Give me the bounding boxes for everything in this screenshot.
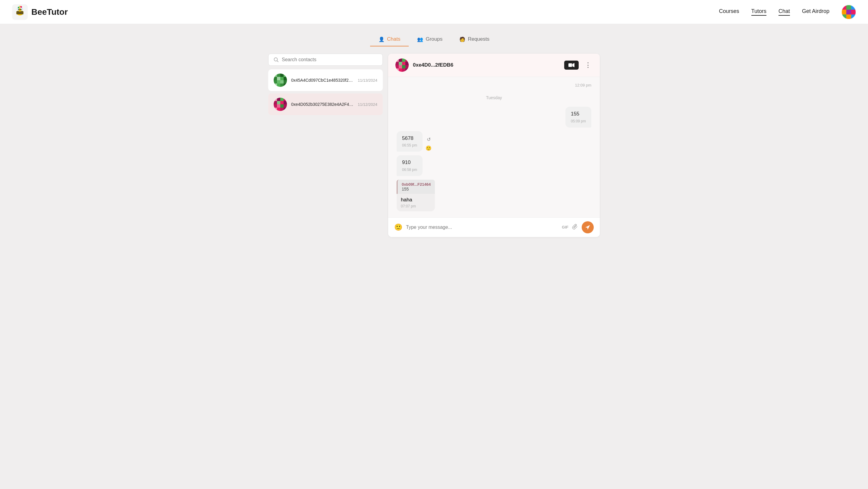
msg-row-received-5678: 5678 06:55 pm ↺ 🙂 <box>397 131 591 152</box>
contact-item[interactable]: 0x45A4Cd097CbC1e485320f28d... 11/13/2024 <box>268 69 383 91</box>
time-separator: 12:09 pm <box>397 83 591 87</box>
msg-row-received-haha: 0xb09f...F21464 155 haha 07:07 pm <box>397 180 591 211</box>
svg-rect-63 <box>399 59 402 62</box>
svg-rect-67 <box>399 62 402 65</box>
svg-rect-14 <box>846 5 851 10</box>
nav-airdrop[interactable]: Get Airdrop <box>802 8 830 16</box>
nav-tutors[interactable]: Tutors <box>751 8 767 16</box>
message-input[interactable] <box>406 224 558 230</box>
svg-rect-64 <box>402 59 405 62</box>
chats-tab-icon: 👤 <box>378 36 384 42</box>
svg-rect-70 <box>396 65 399 68</box>
messages-area: 12:09 pm Tuesday 155 05:09 pm 5678 <box>388 77 600 217</box>
reply-quote: 0xb09f...F21464 155 <box>397 180 435 194</box>
chat-header-actions: ⋮ <box>564 60 592 70</box>
svg-rect-17 <box>846 10 851 14</box>
svg-rect-68 <box>402 62 405 65</box>
emoji-button[interactable]: 🙂 <box>394 223 402 231</box>
svg-line-24 <box>277 61 278 62</box>
svg-rect-54 <box>280 104 284 108</box>
tab-requests[interactable]: 🧑 Requests <box>451 33 498 47</box>
video-call-button[interactable] <box>564 61 579 70</box>
groups-tab-icon: 👥 <box>417 36 423 42</box>
user-avatar[interactable] <box>841 5 856 19</box>
svg-rect-36 <box>280 80 284 84</box>
svg-rect-69 <box>405 62 409 65</box>
svg-rect-52 <box>274 104 277 108</box>
svg-rect-62 <box>396 59 399 62</box>
svg-rect-29 <box>284 73 287 77</box>
chat-header-name: 0xe4D0...2fEDB6 <box>413 62 560 68</box>
bee-logo-icon <box>12 4 28 20</box>
svg-rect-30 <box>274 77 277 80</box>
svg-rect-46 <box>280 98 284 101</box>
chat-header: 0xe4D0...2fEDB6 ⋮ <box>388 54 600 77</box>
nav-courses[interactable]: Courses <box>719 8 739 16</box>
svg-rect-39 <box>277 84 280 87</box>
svg-rect-59 <box>284 108 287 111</box>
svg-rect-31 <box>277 77 280 80</box>
svg-rect-50 <box>280 101 284 104</box>
msg-row-received-910: 910 06:58 pm <box>397 155 591 176</box>
svg-rect-18 <box>851 10 856 14</box>
svg-rect-16 <box>841 10 846 14</box>
contact-info-2: 0xe4D052b30275E382e4A2F4c6... <box>291 102 353 107</box>
gif-button[interactable]: GIF <box>562 225 568 230</box>
tab-groups[interactable]: 👥 Groups <box>409 33 451 47</box>
svg-rect-56 <box>274 108 277 111</box>
svg-rect-49 <box>277 101 280 104</box>
svg-rect-58 <box>280 108 284 111</box>
svg-rect-66 <box>396 62 399 65</box>
reply-bubble: haha 07:07 pm <box>397 194 435 211</box>
svg-rect-40 <box>280 84 284 87</box>
svg-point-8 <box>20 9 22 10</box>
nav-chat[interactable]: Chat <box>778 8 790 16</box>
attach-button[interactable] <box>572 223 578 231</box>
contact-item-active[interactable]: 0xe4D052b30275E382e4A2F4c6... 11/12/2024 <box>268 93 383 115</box>
paperclip-icon <box>572 223 578 230</box>
svg-rect-34 <box>274 80 277 84</box>
svg-rect-47 <box>284 98 287 101</box>
video-icon <box>568 63 575 67</box>
svg-point-11 <box>19 6 21 7</box>
svg-rect-3 <box>16 13 24 14</box>
reply-button[interactable]: ↺ <box>425 136 432 143</box>
svg-point-9 <box>18 7 20 8</box>
search-box[interactable] <box>268 54 383 66</box>
send-button[interactable] <box>582 221 594 233</box>
logo-area: BeeTutor <box>12 4 68 20</box>
chat-tabs: 👤 Chats 👥 Groups 🧑 Requests <box>370 33 498 47</box>
contact-avatar-2 <box>274 98 287 111</box>
message-input-area: 🙂 GIF <box>388 217 600 237</box>
send-icon <box>585 224 590 230</box>
header: BeeTutor Courses Tutors Chat Get Airdrop <box>0 0 868 24</box>
tab-chats[interactable]: 👤 Chats <box>370 33 409 47</box>
svg-point-7 <box>19 9 20 10</box>
sidebar: 0x45A4Cd097CbC1e485320f28d... 11/13/2024 <box>268 54 383 237</box>
svg-rect-32 <box>280 77 284 80</box>
day-separator: Tuesday <box>397 95 591 100</box>
svg-rect-73 <box>405 65 409 68</box>
svg-rect-37 <box>284 80 287 84</box>
svg-rect-48 <box>274 101 277 104</box>
search-input[interactable] <box>282 57 378 62</box>
msg-bubble-sent-155: 155 05:09 pm <box>565 107 591 127</box>
chat-header-avatar <box>396 59 409 72</box>
svg-rect-53 <box>277 104 280 108</box>
svg-rect-65 <box>405 59 409 62</box>
requests-tab-icon: 🧑 <box>459 36 465 42</box>
msg-actions-5678: ↺ 🙂 <box>425 136 432 152</box>
svg-rect-57 <box>277 108 280 111</box>
chat-window: 0xe4D0...2fEDB6 ⋮ 12:09 pm <box>388 54 600 237</box>
svg-rect-77 <box>405 68 409 72</box>
svg-rect-55 <box>284 104 287 108</box>
svg-rect-20 <box>846 14 851 19</box>
svg-rect-28 <box>280 73 284 77</box>
contact-info-1: 0x45A4Cd097CbC1e485320f28d... <box>291 78 353 83</box>
reply-wrapper: 0xb09f...F21464 155 haha 07:07 pm <box>397 180 435 211</box>
svg-rect-38 <box>274 84 277 87</box>
more-options-button[interactable]: ⋮ <box>584 60 592 70</box>
emoji-react-button[interactable]: 🙂 <box>425 145 432 152</box>
contact-avatar-1 <box>274 73 287 87</box>
svg-marker-79 <box>572 63 575 67</box>
